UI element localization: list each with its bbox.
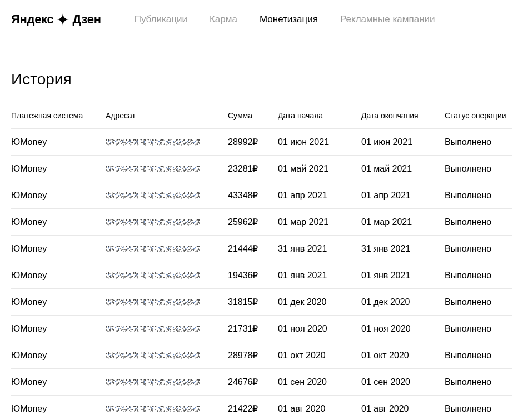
redacted-recipient xyxy=(106,191,200,201)
col-header-amount: Сумма xyxy=(228,111,278,121)
table-row: ЮMoney19436₽01 янв 202101 янв 2021Выполн… xyxy=(11,262,512,289)
cell-amount: 21422₽ xyxy=(228,403,278,414)
table-row: ЮMoney31815₽01 дек 202001 дек 2020Выполн… xyxy=(11,289,512,316)
cell-status: Выполнено xyxy=(445,137,511,147)
redacted-recipient xyxy=(106,271,200,281)
cell-recipient xyxy=(106,351,228,361)
redacted-recipient xyxy=(106,351,200,361)
table-row: ЮMoney24676₽01 сен 202001 сен 2020Выполн… xyxy=(11,369,512,396)
cell-start-date: 01 окт 2020 xyxy=(278,351,361,361)
logo[interactable]: Яндекс Дзен xyxy=(11,12,101,27)
cell-system: ЮMoney xyxy=(11,164,106,174)
header: Яндекс Дзен ПубликацииКармаМонетизацияРе… xyxy=(0,0,523,37)
redacted-recipient xyxy=(106,324,200,334)
cell-amount: 28978₽ xyxy=(228,350,278,361)
redacted-recipient xyxy=(106,244,200,254)
cell-system: ЮMoney xyxy=(11,191,106,201)
cell-status: Выполнено xyxy=(445,217,511,227)
cell-start-date: 01 авг 2020 xyxy=(278,404,361,414)
col-header-recipient: Адресат xyxy=(106,111,228,121)
cell-start-date: 01 май 2021 xyxy=(278,164,361,174)
cell-amount: 31815₽ xyxy=(228,297,278,307)
cell-system: ЮMoney xyxy=(11,137,106,147)
cell-recipient xyxy=(106,271,228,281)
page-title: История xyxy=(11,71,512,88)
cell-amount: 21444₽ xyxy=(228,243,278,254)
cell-system: ЮMoney xyxy=(11,297,106,307)
cell-start-date: 01 мар 2021 xyxy=(278,217,361,227)
cell-end-date: 31 янв 2021 xyxy=(361,244,445,254)
redacted-recipient xyxy=(106,217,200,227)
table-row: ЮMoney21422₽01 авг 202001 авг 2020Выполн… xyxy=(11,396,512,420)
cell-status: Выполнено xyxy=(445,324,511,334)
cell-status: Выполнено xyxy=(445,271,511,281)
cell-recipient xyxy=(106,244,228,254)
nav-item-1[interactable]: Карма xyxy=(210,14,237,25)
cell-amount: 25962₽ xyxy=(228,217,278,227)
cell-recipient xyxy=(106,217,228,227)
cell-amount: 21731₽ xyxy=(228,323,278,334)
table-row: ЮMoney21444₽31 янв 202131 янв 2021Выполн… xyxy=(11,236,512,262)
cell-recipient xyxy=(106,164,228,174)
history-table: Платежная система Адресат Сумма Дата нач… xyxy=(11,105,512,420)
cell-system: ЮMoney xyxy=(11,351,106,361)
cell-recipient xyxy=(106,377,228,387)
cell-recipient xyxy=(106,191,228,201)
cell-recipient xyxy=(106,324,228,334)
cell-status: Выполнено xyxy=(445,351,511,361)
cell-end-date: 01 дек 2020 xyxy=(361,297,445,307)
cell-end-date: 01 мар 2021 xyxy=(361,217,445,227)
cell-amount: 28992₽ xyxy=(228,137,278,147)
cell-status: Выполнено xyxy=(445,297,511,307)
cell-start-date: 01 дек 2020 xyxy=(278,297,361,307)
table-row: ЮMoney43348₽01 апр 202101 апр 2021Выполн… xyxy=(11,182,512,209)
main-nav: ПубликацииКармаМонетизацияРекламные камп… xyxy=(135,14,435,25)
cell-end-date: 01 авг 2020 xyxy=(361,404,445,414)
table-row: ЮMoney23281₽01 май 202101 май 2021Выполн… xyxy=(11,156,512,182)
nav-item-3[interactable]: Рекламные кампании xyxy=(340,14,435,25)
cell-system: ЮMoney xyxy=(11,324,106,334)
cell-status: Выполнено xyxy=(445,377,511,387)
cell-amount: 24676₽ xyxy=(228,377,278,387)
cell-start-date: 01 ноя 2020 xyxy=(278,324,361,334)
cell-system: ЮMoney xyxy=(11,404,106,414)
dzen-star-icon xyxy=(57,13,69,26)
redacted-recipient xyxy=(106,297,200,307)
cell-status: Выполнено xyxy=(445,244,511,254)
table-header-row: Платежная система Адресат Сумма Дата нач… xyxy=(11,105,512,129)
redacted-recipient xyxy=(106,164,200,174)
cell-status: Выполнено xyxy=(445,191,511,201)
col-header-status: Статус операции xyxy=(445,111,511,121)
redacted-recipient xyxy=(106,377,200,387)
cell-recipient xyxy=(106,137,228,147)
redacted-recipient xyxy=(106,137,200,147)
cell-amount: 23281₽ xyxy=(228,163,278,174)
cell-end-date: 01 июн 2021 xyxy=(361,137,445,147)
cell-system: ЮMoney xyxy=(11,271,106,281)
cell-start-date: 01 сен 2020 xyxy=(278,377,361,387)
content: История Платежная система Адресат Сумма … xyxy=(0,37,523,420)
cell-start-date: 31 янв 2021 xyxy=(278,244,361,254)
nav-item-0[interactable]: Публикации xyxy=(135,14,187,25)
logo-product: Дзен xyxy=(72,12,101,27)
cell-start-date: 01 апр 2021 xyxy=(278,191,361,201)
logo-brand: Яндекс xyxy=(11,12,53,27)
col-header-end: Дата окончания xyxy=(361,111,445,121)
col-header-system: Платежная система xyxy=(11,111,106,121)
cell-end-date: 01 май 2021 xyxy=(361,164,445,174)
col-header-start: Дата начала xyxy=(278,111,361,121)
cell-end-date: 01 апр 2021 xyxy=(361,191,445,201)
table-row: ЮMoney21731₽01 ноя 202001 ноя 2020Выполн… xyxy=(11,316,512,342)
cell-end-date: 01 сен 2020 xyxy=(361,377,445,387)
cell-start-date: 01 июн 2021 xyxy=(278,137,361,147)
cell-amount: 43348₽ xyxy=(228,190,278,201)
table-row: ЮMoney25962₽01 мар 202101 мар 2021Выполн… xyxy=(11,209,512,236)
cell-status: Выполнено xyxy=(445,164,511,174)
cell-status: Выполнено xyxy=(445,404,511,414)
cell-end-date: 01 ноя 2020 xyxy=(361,324,445,334)
cell-system: ЮMoney xyxy=(11,217,106,227)
nav-item-2[interactable]: Монетизация xyxy=(260,14,318,25)
table-row: ЮMoney28992₽01 июн 202101 июн 2021Выполн… xyxy=(11,129,512,156)
cell-end-date: 01 окт 2020 xyxy=(361,351,445,361)
cell-recipient xyxy=(106,404,228,414)
